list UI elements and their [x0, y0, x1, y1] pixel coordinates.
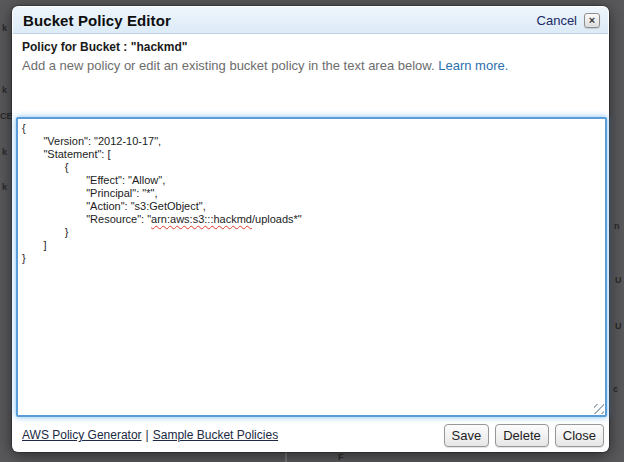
policy-for-bucket-heading: Policy for Bucket : "hackmd"	[22, 40, 187, 54]
dialog-footer: AWS Policy Generator|Sample Bucket Polic…	[16, 422, 604, 448]
close-button-footer[interactable]: Close	[555, 424, 604, 447]
close-button[interactable]: ×	[584, 13, 600, 28]
policy-arn-misspelled-text: arn:aws:s3:::hackmd	[151, 213, 252, 225]
sample-bucket-policies-link[interactable]: Sample Bucket Policies	[153, 428, 278, 442]
dialog-title: Bucket Policy Editor	[23, 12, 171, 29]
bucket-policy-editor-dialog: Bucket Policy Editor Cancel × Policy for…	[12, 6, 609, 452]
background-fragment: k	[2, 148, 7, 157]
background-fragment: k	[2, 183, 7, 192]
delete-button[interactable]: Delete	[495, 424, 549, 447]
policy-textarea[interactable]: { "Version": "2012-10-17", "Statement": …	[16, 117, 607, 417]
policy-text-pre: { "Version": "2012-10-17", "Statement": …	[22, 122, 206, 225]
footer-buttons: Save Delete Close	[444, 424, 604, 447]
cancel-link[interactable]: Cancel	[537, 13, 577, 28]
footer-links: AWS Policy Generator|Sample Bucket Polic…	[16, 428, 278, 442]
background-fragment: U	[615, 276, 622, 285]
background-fragment: k	[2, 24, 7, 33]
aws-policy-generator-link[interactable]: AWS Policy Generator	[22, 428, 142, 442]
close-icon: ×	[589, 14, 595, 26]
description-text: Add a new policy or edit an existing buc…	[22, 58, 599, 73]
background-table-divider	[285, 451, 287, 462]
background-fragment: CE	[0, 112, 13, 121]
dialog-header-actions: Cancel ×	[537, 13, 600, 28]
background-fragment: k	[2, 86, 7, 95]
background-fragment: c	[613, 385, 618, 394]
learn-more-link[interactable]: Learn more.	[438, 58, 508, 73]
save-button[interactable]: Save	[444, 424, 490, 447]
background-fragment: F	[338, 453, 344, 462]
description-body: Add a new policy or edit an existing buc…	[22, 58, 438, 73]
link-separator: |	[146, 428, 149, 442]
background-fragment: U	[615, 322, 622, 331]
dialog-header: Bucket Policy Editor Cancel ×	[13, 7, 608, 34]
background-fragment: n	[614, 222, 620, 231]
resize-grip-icon[interactable]	[594, 404, 604, 414]
